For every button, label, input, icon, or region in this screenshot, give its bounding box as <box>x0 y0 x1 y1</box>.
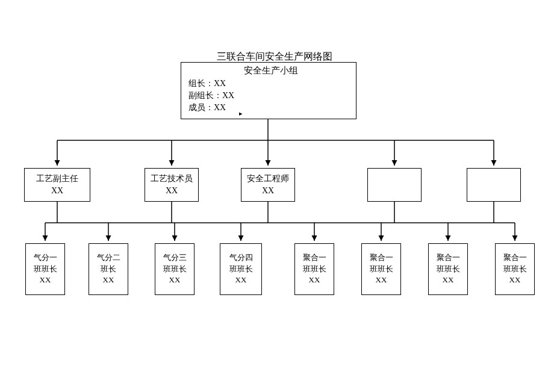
b5-l1: 聚合一 <box>370 252 393 264</box>
node-top-group: 安全生产小组 组长：XX 副组长：XX 成员：XX ▸ <box>181 62 356 119</box>
diagram-title: 三联合车间安全生产网络图 <box>217 51 332 63</box>
top-box-line-0: 组长：XX <box>188 78 226 89</box>
b0-l1: 气分一 <box>34 252 57 264</box>
b7-l1: 聚合一 <box>503 252 527 264</box>
node-bottom-5: 聚合一 班班长 XX <box>361 243 401 295</box>
b1-l1: 气分二 <box>97 252 120 264</box>
top-box-title: 安全生产小组 <box>244 65 298 76</box>
node-mid-2: 安全工程师 XX <box>241 168 295 202</box>
mid-0-role: 工艺副主任 <box>36 173 78 185</box>
b4-nm: XX <box>309 275 320 286</box>
b6-l1: 聚合一 <box>437 252 460 264</box>
b3-nm: XX <box>235 275 247 286</box>
mid-2-name: XX <box>262 185 274 197</box>
b2-l2: 班班长 <box>163 264 187 275</box>
node-bottom-3: 气分四 班班长 XX <box>220 243 262 295</box>
node-bottom-6: 聚合一 班班长 XX <box>428 243 468 295</box>
b7-nm: XX <box>509 275 521 286</box>
node-bottom-7: 聚合一 班班长 XX <box>495 243 535 295</box>
node-mid-4 <box>467 168 521 202</box>
b3-l1: 气分四 <box>229 252 253 264</box>
node-bottom-2: 气分三 班班长 XX <box>155 243 195 295</box>
node-mid-3 <box>367 168 422 202</box>
mid-1-role: 工艺技术员 <box>151 173 193 185</box>
b0-l2: 班班长 <box>34 264 57 275</box>
node-bottom-4: 聚合一 班班长 XX <box>294 243 334 295</box>
node-mid-1: 工艺技术员 XX <box>145 168 199 202</box>
b7-l2: 班班长 <box>503 264 527 275</box>
b1-nm: XX <box>103 275 114 286</box>
b6-nm: XX <box>443 275 454 286</box>
mid-1-name: XX <box>166 185 178 197</box>
mid-0-name: XX <box>51 185 63 197</box>
b4-l2: 班班长 <box>303 264 326 275</box>
b4-l1: 聚合一 <box>303 252 326 264</box>
b2-nm: XX <box>169 275 181 286</box>
node-bottom-1: 气分二 班长 XX <box>89 243 128 295</box>
top-box-line-1: 副组长：XX <box>188 90 234 101</box>
b2-l1: 气分三 <box>163 252 187 264</box>
b5-nm: XX <box>376 275 387 286</box>
b5-l2: 班班长 <box>370 264 393 275</box>
b1-l2: 班长 <box>101 264 116 275</box>
node-mid-0: 工艺副主任 XX <box>24 168 90 202</box>
typing-caret-icon: ▸ <box>239 110 243 117</box>
b6-l2: 班班长 <box>437 264 460 275</box>
b0-nm: XX <box>40 275 51 286</box>
top-box-line-2: 成员：XX <box>188 102 226 113</box>
node-bottom-0: 气分一 班班长 XX <box>25 243 65 295</box>
b3-l2: 班班长 <box>229 264 253 275</box>
mid-2-role: 安全工程师 <box>247 173 289 185</box>
